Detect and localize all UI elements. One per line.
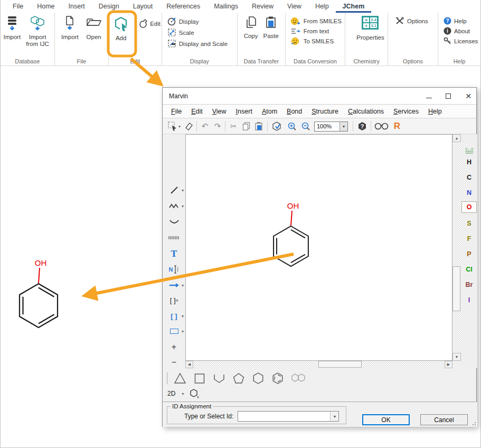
vertical-scroll-thumb[interactable] <box>452 266 460 311</box>
menu-atom[interactable]: Atom <box>258 106 281 117</box>
scroll-down-icon[interactable]: ▼ <box>452 353 461 361</box>
tab-insert[interactable]: Insert <box>62 1 92 13</box>
r-group-tool-button[interactable]: R <box>392 118 402 134</box>
tab-home[interactable]: Home <box>30 1 61 13</box>
minimize-icon[interactable] <box>426 95 432 98</box>
dropdown-caret-icon[interactable]: ▾ <box>182 329 184 334</box>
marvin-canvas[interactable]: OH <box>185 134 452 361</box>
menu-help[interactable]: Help <box>424 106 446 117</box>
from-text-button[interactable]: From text <box>291 27 345 35</box>
menu-structure[interactable]: Structure <box>307 106 343 117</box>
cyclopentane-template-button[interactable] <box>232 372 246 385</box>
copy-button[interactable]: Copy <box>244 16 258 40</box>
import-from-ijc-button[interactable]: Import from IJC <box>24 16 51 48</box>
zoom-in-button[interactable] <box>286 118 298 134</box>
tab-view[interactable]: View <box>280 1 308 13</box>
dropdown-caret-icon[interactable]: ▾ <box>182 283 184 288</box>
menu-edit[interactable]: Edit <box>187 106 207 117</box>
repeating-group-tool[interactable]: [ ]n <box>163 294 185 306</box>
single-bond-tool[interactable]: ▾ <box>163 184 185 197</box>
tab-references[interactable]: References <box>159 1 207 13</box>
id-combobox[interactable]: ▾ <box>238 411 339 422</box>
marvin-help-button[interactable]: ? <box>356 118 369 134</box>
copy-tool-button[interactable] <box>240 118 252 134</box>
tab-review[interactable]: Review <box>245 1 280 13</box>
ok-button[interactable]: OK <box>362 414 410 425</box>
cyclopentadiene-template-button[interactable] <box>212 372 226 385</box>
scroll-right-icon[interactable]: ▶ <box>445 361 452 368</box>
canvas-vertical-scrollbar[interactable]: ▲ ▼ <box>452 134 461 361</box>
tab-file[interactable]: File <box>6 1 30 13</box>
dropdown-caret-icon[interactable]: ▾ <box>178 124 181 129</box>
cyclohexane-template-button[interactable] <box>251 372 265 385</box>
element-h-button[interactable]: H <box>461 156 477 168</box>
text-tool[interactable]: T <box>163 247 185 260</box>
import-database-button[interactable]: Import <box>3 16 21 48</box>
scale-button[interactable]: Scale <box>167 28 237 37</box>
eraser-tool-button[interactable] <box>184 118 194 134</box>
benzene-template-button[interactable] <box>271 372 285 385</box>
marvin-title-bar[interactable]: Marvin ✕ <box>163 88 476 105</box>
open-button[interactable]: Open <box>86 16 102 41</box>
menu-bond[interactable]: Bond <box>282 106 306 117</box>
tab-design[interactable]: Design <box>92 1 126 13</box>
licenses-button[interactable]: Licenses <box>444 37 480 45</box>
element-n-button[interactable]: N <box>461 187 477 199</box>
scroll-up-icon[interactable]: ▲ <box>452 134 461 142</box>
menu-file[interactable]: File <box>167 106 186 117</box>
cut-button[interactable]: ✂ <box>228 118 239 134</box>
dropdown-caret-icon[interactable]: ▾ <box>182 314 184 319</box>
menu-view[interactable]: View <box>208 106 231 117</box>
redo-button[interactable]: ↷ <box>212 118 223 134</box>
cancel-button[interactable]: Cancel <box>420 414 468 425</box>
properties-button[interactable]: a 0.4 x 3.1 Properties <box>356 16 384 41</box>
close-icon[interactable]: ✕ <box>465 92 472 100</box>
dimension-mode-label[interactable]: 2D <box>167 390 175 397</box>
tab-jchem[interactable]: JChem <box>336 1 372 13</box>
element-br-button[interactable]: Br <box>461 279 477 291</box>
mode-dropdown-icon[interactable]: ▾ <box>182 391 184 396</box>
menu-services[interactable]: Services <box>389 106 423 117</box>
element-o-button-selected[interactable]: O <box>461 201 477 213</box>
horizontal-scroll-thumb[interactable] <box>318 361 362 368</box>
element-cl-button[interactable]: Cl <box>461 264 477 275</box>
zoom-dropdown-icon[interactable]: ▾ <box>339 122 347 131</box>
atom-label-tool[interactable]: N <box>163 263 185 276</box>
dropdown-caret-icon[interactable]: ▾ <box>182 204 184 209</box>
decrease-charge-tool[interactable]: − <box>163 356 185 369</box>
scroll-left-icon[interactable]: ◀ <box>185 361 193 368</box>
rectangle-tool[interactable]: ▾ <box>163 325 185 338</box>
menu-insert[interactable]: Insert <box>232 106 257 117</box>
maximize-icon[interactable] <box>446 94 451 99</box>
tab-layout[interactable]: Layout <box>126 1 160 13</box>
edit-structure-button[interactable]: Edit <box>138 19 161 28</box>
tab-help[interactable]: Help <box>308 1 336 13</box>
element-s-button[interactable]: S <box>461 218 477 229</box>
zoom-out-button[interactable] <box>299 118 312 134</box>
options-button[interactable]: Options <box>395 17 438 25</box>
about-button[interactable]: i About <box>444 27 480 35</box>
chain-tool[interactable]: ▾ <box>163 200 185 212</box>
check-structure-button[interactable] <box>270 118 284 134</box>
selection-tool-button[interactable]: ▾ <box>167 118 182 134</box>
element-f-button[interactable]: F <box>461 233 477 245</box>
display-button[interactable]: Display <box>167 17 237 26</box>
display-and-scale-button[interactable]: Display and Scale <box>167 39 237 48</box>
element-i-button[interactable]: I <box>461 294 477 306</box>
add-structure-button[interactable]: Add <box>112 16 130 42</box>
element-p-button[interactable]: P <box>461 248 477 260</box>
increase-charge-tool[interactable]: + <box>163 341 185 353</box>
bracket-tool[interactable]: [ ] ▾ <box>163 310 185 322</box>
id-dropdown-icon[interactable]: ▾ <box>330 412 338 421</box>
periodic-table-button[interactable] <box>461 145 477 156</box>
multiline-tool[interactable] <box>163 231 185 244</box>
naphthalene-template-button[interactable] <box>290 372 307 384</box>
undo-button[interactable]: ↶ <box>199 118 211 134</box>
reaction-arrow-tool[interactable]: ▾ <box>163 279 185 292</box>
paste-tool-button[interactable] <box>253 118 265 134</box>
hexagon-x-icon[interactable]: x <box>189 388 200 399</box>
to-smiles-button[interactable]: To SMILES <box>291 37 345 45</box>
tab-mailings[interactable]: Mailings <box>207 1 245 13</box>
help-button[interactable]: ? Help <box>444 17 480 25</box>
view-glasses-button[interactable] <box>374 118 390 134</box>
